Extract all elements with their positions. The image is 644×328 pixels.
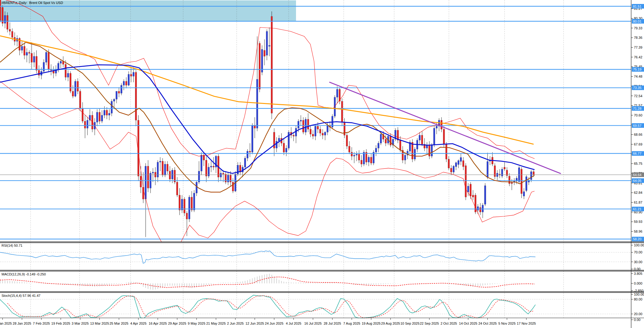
axis-tick-label: 67.69 <box>634 142 642 146</box>
candle-down <box>169 171 171 179</box>
candle-down <box>475 195 476 212</box>
stoch-panel <box>0 295 631 319</box>
axis-tick-label: 62.84 <box>634 191 642 194</box>
candle-up <box>378 143 379 148</box>
candle-down <box>184 199 185 213</box>
candle-up <box>484 186 486 204</box>
candle-up <box>526 177 527 191</box>
candle-up <box>327 125 328 132</box>
candle-down <box>28 52 30 53</box>
date-axis-label: 25 Mar 2025 <box>109 322 128 325</box>
candle-down <box>7 15 8 29</box>
date-axis-label: 24 Jun 2025 <box>265 322 283 325</box>
date-axis-label: 4 Apr 2025 <box>130 322 146 325</box>
candle-down <box>36 56 37 70</box>
candle-up <box>113 99 115 101</box>
candle-up <box>26 52 28 55</box>
current-price-badge-value: 64.64 <box>633 173 642 177</box>
candle-up <box>414 149 416 159</box>
date-axis-label: 9 May 2025 <box>188 322 205 325</box>
axis-tick-label: 0.000 <box>634 282 642 285</box>
date-axis-label: 2 Jun 2025 <box>227 322 243 325</box>
level-price-badge-value: 69.57 <box>633 124 642 127</box>
candle-down <box>302 120 304 132</box>
candle-up <box>75 81 76 96</box>
candle-down <box>135 72 137 120</box>
candle-up <box>256 79 258 128</box>
candle-down <box>271 17 272 113</box>
axis-tick-label: 74.48 <box>634 75 642 78</box>
candle-up <box>164 164 166 175</box>
chart-area[interactable]: 81.2780.3079.3378.3677.3976.4275.4574.48… <box>0 0 644 328</box>
candle-up <box>300 120 302 121</box>
date-axis-label: 14 Oct 2025 <box>459 322 477 325</box>
candle-down <box>118 91 120 94</box>
macd-panel <box>0 274 535 289</box>
highlight-rectangle-top[interactable] <box>0 0 296 21</box>
candle-up <box>123 81 124 85</box>
candle-down <box>341 101 343 122</box>
candle-down <box>264 50 265 57</box>
level-price-badge-value: 75.19 <box>633 68 642 71</box>
candle-down <box>0 0 1 20</box>
date-axis-label: 24 Oct 2025 <box>478 322 497 325</box>
candle-up <box>276 141 277 148</box>
level-price-badge-value: 61.21 <box>633 207 642 211</box>
candle-up <box>487 161 488 177</box>
axis-tick-label: 20.00 <box>634 312 642 316</box>
candle-down <box>479 208 481 212</box>
candle-up <box>286 148 287 152</box>
candle-up <box>261 49 263 72</box>
candle-up <box>133 72 134 76</box>
candle-up <box>244 158 246 167</box>
axis-tick-label: 61.87 <box>634 201 642 204</box>
candle-down <box>463 160 464 167</box>
candle-up <box>57 63 59 69</box>
candle-up <box>363 152 365 164</box>
level-price-badge-value: 73.35 <box>633 86 642 90</box>
candle-up <box>458 160 459 164</box>
candle-down <box>65 64 66 77</box>
candle-up <box>201 155 202 171</box>
trading-chart-window: 81.2780.3079.3378.3677.3976.4275.4574.48… <box>0 0 644 328</box>
date-axis-label: 16 Jul 2025 <box>304 322 322 325</box>
macd-signal-line <box>0 277 535 288</box>
candle-down <box>84 121 86 128</box>
candle-up <box>467 186 469 192</box>
candle-up <box>368 157 369 162</box>
axis-tick-label: -2.850 <box>634 289 643 293</box>
axis-tick-label: 77.39 <box>634 46 642 49</box>
candle-down <box>72 91 74 96</box>
candle-down <box>320 129 321 133</box>
candle-up <box>111 101 113 113</box>
candle-up <box>67 73 69 77</box>
candle-up <box>159 161 161 162</box>
candle-up <box>455 163 457 167</box>
candle-down <box>70 73 71 91</box>
candle-up <box>104 110 105 115</box>
candle-up <box>4 15 6 23</box>
candle-up <box>336 89 338 97</box>
candle-down <box>230 175 231 182</box>
date-axis-label: 19 Feb 2025 <box>51 322 70 325</box>
candle-up <box>46 52 47 62</box>
candle-down <box>99 112 100 121</box>
axis-tick-label: 80.00 <box>634 297 642 301</box>
candle-down <box>222 173 224 174</box>
candle-up <box>431 145 432 156</box>
date-axis-label: 22 Sep 2025 <box>420 322 439 325</box>
date-axis-label: 13 Mar 2025 <box>90 322 109 325</box>
candle-up <box>60 61 61 64</box>
candle-down <box>511 182 513 183</box>
candle-up <box>188 197 190 219</box>
axis-tick-label: 78.36 <box>634 36 642 39</box>
candle-down <box>293 135 294 136</box>
candle-down <box>203 155 205 160</box>
candle-up <box>266 31 268 55</box>
candle-up <box>193 193 195 210</box>
candle-up <box>426 145 428 148</box>
main-price-panel <box>0 0 631 246</box>
candle-down <box>390 136 391 145</box>
candle-up <box>404 155 406 160</box>
candle-down <box>48 52 50 69</box>
